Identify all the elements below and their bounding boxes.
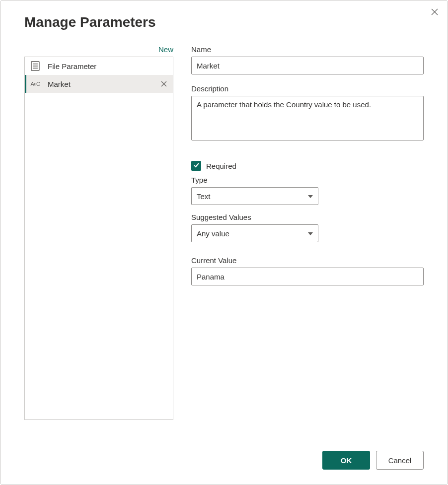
svg-marker-8	[308, 195, 313, 198]
name-label: Name	[191, 45, 424, 54]
description-label: Description	[191, 84, 424, 93]
parameter-row-file-parameter[interactable]: File Parameter	[25, 57, 173, 75]
description-textarea[interactable]	[191, 96, 424, 140]
suggested-values-label: Suggested Values	[191, 213, 424, 221]
dialog-footer: OK Cancel	[322, 451, 424, 470]
parameter-label: File Parameter	[48, 62, 168, 70]
type-dropdown[interactable]: Text	[191, 187, 318, 205]
type-value: Text	[197, 192, 211, 201]
current-value-input[interactable]	[191, 268, 424, 285]
close-icon	[431, 8, 439, 17]
new-parameter-link[interactable]: New	[24, 45, 173, 54]
delete-parameter-button[interactable]	[160, 80, 168, 88]
dialog-title: Manage Parameters	[24, 14, 424, 30]
parameter-form: Name Description Required	[191, 45, 424, 485]
ok-button[interactable]: OK	[322, 451, 370, 470]
required-checkbox[interactable]	[191, 161, 201, 171]
current-value-label: Current Value	[191, 256, 424, 265]
parameter-list: File Parameter ABC Market	[24, 57, 173, 420]
suggested-values-value: Any value	[197, 229, 229, 238]
chevron-down-icon	[308, 192, 313, 201]
svg-marker-9	[308, 232, 313, 235]
cancel-button[interactable]: Cancel	[376, 451, 424, 470]
close-button[interactable]	[429, 6, 441, 18]
name-input[interactable]	[191, 57, 424, 74]
manage-parameters-dialog: Manage Parameters New	[0, 0, 448, 485]
parameter-label: Market	[48, 80, 160, 88]
type-label: Type	[191, 176, 424, 184]
text-type-icon: ABC	[30, 79, 41, 88]
suggested-values-dropdown[interactable]: Any value	[191, 224, 318, 242]
checkmark-icon	[193, 162, 200, 170]
required-label: Required	[206, 162, 236, 170]
chevron-down-icon	[308, 229, 313, 238]
file-icon	[30, 62, 41, 70]
parameter-list-panel: New File Parameter	[24, 45, 173, 485]
parameter-row-market[interactable]: ABC Market	[25, 75, 173, 93]
